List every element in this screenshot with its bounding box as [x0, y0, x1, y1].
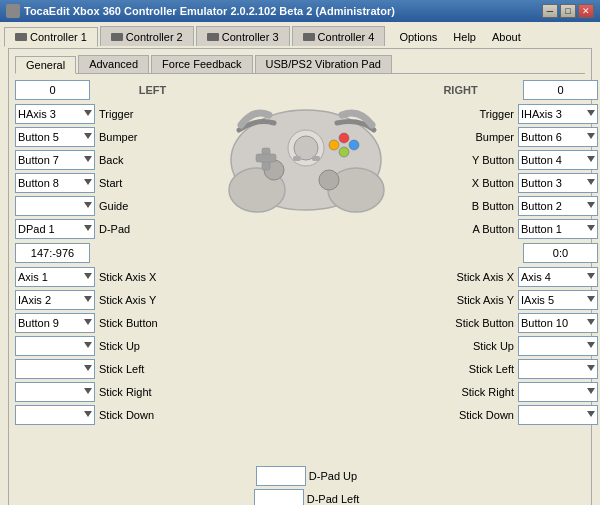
left-stickup-row: Stick Up	[15, 335, 215, 357]
right-value: 0	[523, 80, 598, 100]
left-guide-row: Guide	[15, 195, 215, 217]
right-bumper-select[interactable]: Button 6	[518, 127, 598, 147]
ctrl1-icon	[15, 33, 27, 41]
left-bumper-row: Button 5 Bumper	[15, 126, 215, 148]
tab-controller2[interactable]: Controller 2	[100, 26, 194, 46]
left-bumper-select[interactable]: Button 5	[15, 127, 95, 147]
right-xbtn-row: X Button Button 3	[398, 172, 598, 194]
right-stickleft-select[interactable]	[518, 359, 598, 379]
right-bbtn-row: B Button Button 2	[398, 195, 598, 217]
center-dpadup-row: D-Pad Up	[219, 465, 394, 487]
tab-controller3[interactable]: Controller 3	[196, 26, 290, 46]
right-bumper-row: Bumper Button 6	[398, 126, 598, 148]
ctrl3-icon	[207, 33, 219, 41]
left-stickbtn-row: Button 9 Stick Button	[15, 312, 215, 334]
svg-rect-14	[312, 156, 320, 161]
center-dpadleft-select[interactable]	[254, 489, 304, 505]
center-dpadup-select[interactable]	[256, 466, 306, 486]
right-xbtn-select[interactable]: Button 3	[518, 173, 598, 193]
left-stickaxisy-select[interactable]: IAxis 2	[15, 290, 95, 310]
controller-image	[219, 80, 394, 225]
tab-force-feedback[interactable]: Force Feedback	[151, 55, 252, 73]
svg-point-11	[329, 140, 339, 150]
ctrl4-icon	[303, 33, 315, 41]
left-stickdown-row: Stick Down	[15, 404, 215, 426]
svg-rect-8	[256, 154, 276, 162]
right-ybtn-select[interactable]: Button 4	[518, 150, 598, 170]
menu-about[interactable]: About	[484, 28, 529, 46]
title-text: TocaEdit Xbox 360 Controller Emulator 2.…	[24, 5, 395, 17]
left-label: LEFT	[90, 84, 215, 96]
right-stickup-row: Stick Up	[398, 335, 598, 357]
right-stickup-select[interactable]	[518, 336, 598, 356]
tab-advanced[interactable]: Advanced	[78, 55, 149, 73]
minimize-button[interactable]: ─	[542, 4, 558, 18]
left-back-select[interactable]: Button 7	[15, 150, 95, 170]
right-stickright-row: Stick Right	[398, 381, 598, 403]
left-stickleft-select[interactable]	[15, 359, 95, 379]
right-stickdown-select[interactable]	[518, 405, 598, 425]
right-stickaxisx-select[interactable]: Axis 4	[518, 267, 598, 287]
menu-options[interactable]: Options	[391, 28, 445, 46]
left-axis-value: 147:-976	[15, 243, 90, 263]
left-guide-select[interactable]	[15, 196, 95, 216]
left-stickright-select[interactable]	[15, 382, 95, 402]
right-ybtn-row: Y Button Button 4	[398, 149, 598, 171]
svg-rect-13	[293, 156, 301, 161]
right-stickdown-row: Stick Down	[398, 404, 598, 426]
right-abtn-select[interactable]: Button 1	[518, 219, 598, 239]
left-value: 0	[15, 80, 90, 100]
left-trigger-select[interactable]: HAxis 3	[15, 104, 95, 124]
svg-point-12	[339, 133, 349, 143]
maximize-button[interactable]: □	[560, 4, 576, 18]
left-dpad-row: DPad 1 D-Pad	[15, 218, 215, 240]
right-trigger-row: Trigger IHAxis 3	[398, 103, 598, 125]
title-bar: TocaEdit Xbox 360 Controller Emulator 2.…	[0, 0, 600, 22]
ctrl2-icon	[111, 33, 123, 41]
right-abtn-row: A Button Button 1	[398, 218, 598, 240]
right-label: RIGHT	[398, 84, 523, 96]
close-button[interactable]: ✕	[578, 4, 594, 18]
left-start-select[interactable]: Button 8	[15, 173, 95, 193]
svg-point-9	[339, 147, 349, 157]
left-stickright-row: Stick Right	[15, 381, 215, 403]
svg-point-10	[349, 140, 359, 150]
left-start-row: Button 8 Start	[15, 172, 215, 194]
left-trigger-row: HAxis 3 Trigger	[15, 103, 215, 125]
left-stickaxisx-row: Axis 1 Stick Axis X	[15, 266, 215, 288]
tab-controller4[interactable]: Controller 4	[292, 26, 386, 46]
left-stickleft-row: Stick Left	[15, 358, 215, 380]
right-stickaxisy-row: Stick Axis Y IAxis 5	[398, 289, 598, 311]
right-stickbtn-row: Stick Button Button 10	[398, 312, 598, 334]
center-dpadleft-row: D-Pad Left	[219, 488, 394, 505]
tab-controller1[interactable]: Controller 1	[4, 27, 98, 47]
left-dpad-select[interactable]: DPad 1	[15, 219, 95, 239]
menu-help[interactable]: Help	[445, 28, 484, 46]
svg-point-6	[319, 170, 339, 190]
right-stickright-select[interactable]	[518, 382, 598, 402]
left-stickdown-select[interactable]	[15, 405, 95, 425]
tab-usb-ps2[interactable]: USB/PS2 Vibration Pad	[255, 55, 392, 73]
left-stickaxisy-row: IAxis 2 Stick Axis Y	[15, 289, 215, 311]
left-back-row: Button 7 Back	[15, 149, 215, 171]
right-stickaxisx-row: Stick Axis X Axis 4	[398, 266, 598, 288]
right-axis-value: 0:0	[523, 243, 598, 263]
right-stickleft-row: Stick Left	[398, 358, 598, 380]
left-stickbtn-select[interactable]: Button 9	[15, 313, 95, 333]
tab-general[interactable]: General	[15, 56, 76, 74]
right-trigger-select[interactable]: IHAxis 3	[518, 104, 598, 124]
app-icon	[6, 4, 20, 18]
right-stickaxisy-select[interactable]: IAxis 5	[518, 290, 598, 310]
left-stickaxisx-select[interactable]: Axis 1	[15, 267, 95, 287]
left-stickup-select[interactable]	[15, 336, 95, 356]
right-stickbtn-select[interactable]: Button 10	[518, 313, 598, 333]
right-bbtn-select[interactable]: Button 2	[518, 196, 598, 216]
